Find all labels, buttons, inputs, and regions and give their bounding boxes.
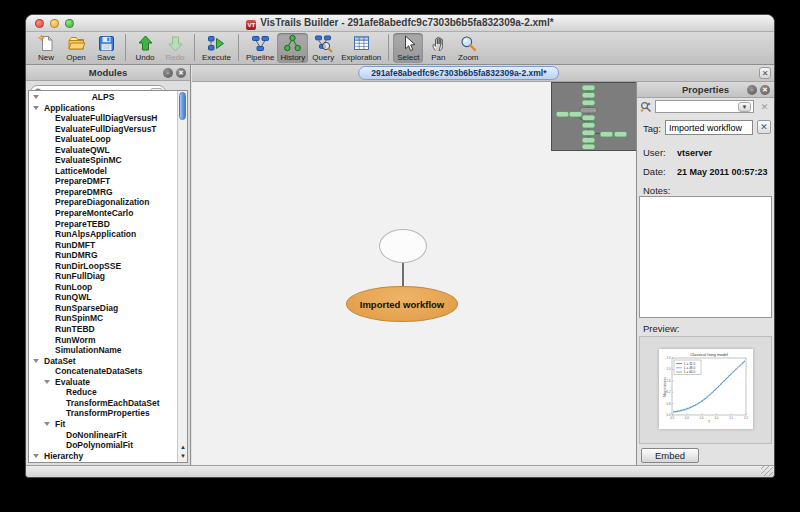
expand-triangle-icon[interactable] (33, 359, 39, 363)
toolbar-button-history[interactable]: History (277, 33, 308, 63)
module-namespace-row[interactable]: Hierarchy (29, 451, 177, 462)
module-item-row[interactable]: PrepareMonteCarlo (29, 208, 177, 219)
module-item-row[interactable]: RunSpinMC (29, 313, 177, 324)
module-item-row[interactable]: SimulationName (29, 345, 177, 356)
module-label: RunDMFT (55, 240, 95, 251)
expand-triangle-icon[interactable] (33, 454, 39, 458)
module-namespace-row[interactable]: DataSet (29, 356, 177, 367)
modules-tree-scrollbar[interactable]: ▲▼ (177, 91, 187, 462)
toolbar-button-select[interactable]: Select (393, 33, 423, 63)
module-label: DataSet (44, 356, 76, 367)
module-item-row[interactable]: RunDMRG (29, 250, 177, 261)
history-canvas[interactable]: Imported workflow (192, 82, 636, 465)
modules-close-button[interactable]: ✕ (176, 68, 186, 78)
module-item-row[interactable]: LatticeModel (29, 166, 177, 177)
module-item-row[interactable]: EvaluateSpinMC (29, 155, 177, 166)
titlebar[interactable]: VTVisTrails Builder - 291afe8abedfc9c730… (26, 15, 774, 32)
properties-search-clear-button[interactable]: ✕ (758, 101, 771, 113)
module-item-row[interactable]: PrepareDMRG (29, 187, 177, 198)
module-item-row[interactable]: PrepareDMFT (29, 176, 177, 187)
toolbar-button-exploration[interactable]: Exploration (338, 33, 384, 63)
module-label: PrepareTEBD (55, 219, 110, 230)
modules-float-button[interactable]: ◦ (163, 68, 173, 78)
app-window: VTVisTrails Builder - 291afe8abedfc9c730… (25, 14, 775, 478)
minimize-window-button[interactable] (50, 19, 59, 28)
tab-close-button[interactable]: ✕ (759, 67, 771, 79)
notes-textarea[interactable] (639, 196, 772, 318)
scrollbar-thumb[interactable] (179, 92, 186, 120)
module-item-row[interactable]: EvaluateQWL (29, 145, 177, 156)
toolbar-button-label: Pan (431, 53, 445, 63)
module-item-row[interactable]: PrepareDiagonalization (29, 197, 177, 208)
history-icon (283, 34, 302, 53)
module-item-row[interactable]: ConcatenateDataSets (29, 366, 177, 377)
module-item-row[interactable]: RunLoop (29, 282, 177, 293)
module-item-row[interactable]: RunFullDiag (29, 271, 177, 282)
module-item-row[interactable]: PrepareTEBD (29, 219, 177, 230)
toolbar-button-execute[interactable]: Execute (199, 33, 234, 63)
module-item-row[interactable]: DoNonlinearFit (29, 430, 177, 441)
module-item-row[interactable]: RunSparseDiag (29, 303, 177, 314)
imported-workflow-node[interactable]: Imported workflow (346, 286, 458, 322)
toolbar-button-query[interactable]: Query (308, 33, 338, 63)
module-item-row[interactable]: DoPolynomialFit (29, 440, 177, 451)
modules-panel: Modules ◦ ✕ ▼ ✕ ALPSApplicationsEvaluate… (26, 65, 191, 465)
expand-triangle-icon[interactable] (33, 95, 39, 99)
properties-close-button[interactable]: ✕ (760, 85, 770, 95)
properties-search-dropdown[interactable]: ▼ (738, 102, 751, 112)
expand-triangle-icon[interactable] (33, 106, 39, 110)
embed-button[interactable]: Embed (641, 448, 699, 463)
tag-input[interactable] (665, 120, 753, 135)
close-window-button[interactable] (35, 19, 44, 28)
toolbar-button-undo[interactable]: Undo (130, 33, 160, 63)
toolbar-button-new[interactable]: New (31, 33, 61, 63)
module-item-row[interactable]: RunDirLoopSSE (29, 261, 177, 272)
properties-search-row: ▼ ✕ (637, 98, 774, 116)
module-package-row[interactable]: ALPS (29, 92, 177, 103)
module-item-row[interactable]: EvaluateFullDiagVersusT (29, 124, 177, 135)
empty-version-node[interactable] (379, 229, 427, 263)
toolbar-button-label: Zoom (458, 53, 478, 63)
svg-text:1.5: 1.5 (729, 416, 733, 420)
toolbar-button-save[interactable]: Save (91, 33, 121, 63)
expand-triangle-icon[interactable] (44, 380, 50, 384)
module-item-row[interactable]: RunDMFT (29, 240, 177, 251)
module-item-row[interactable]: Reduce (29, 387, 177, 398)
toolbar-button-pan[interactable]: Pan (423, 33, 453, 63)
tab-active-vistrail[interactable]: 291afe8abedfc9c7303b6b5fa832309a-2.xml* (358, 66, 559, 80)
module-label: PrepareMonteCarlo (55, 208, 133, 219)
module-item-row[interactable]: TransformEachDataSet (29, 398, 177, 409)
window-title: VTVisTrails Builder - 291afe8abedfc9c730… (26, 15, 774, 31)
main-area: Modules ◦ ✕ ▼ ✕ ALPSApplicationsEvaluate… (26, 65, 774, 465)
module-namespace-row[interactable]: Fit (29, 419, 177, 430)
properties-search-input[interactable]: ▼ (655, 100, 754, 113)
module-label: LatticeModel (55, 166, 107, 177)
scrollbar-arrows[interactable]: ▲▼ (178, 443, 188, 461)
undo-icon (136, 34, 155, 53)
module-item-row[interactable]: RunAlpsApplication (29, 229, 177, 240)
toolbar-button-label: Query (312, 53, 334, 63)
zoom-window-button[interactable] (65, 19, 74, 28)
resize-grip[interactable] (761, 465, 773, 476)
expand-triangle-icon[interactable] (44, 422, 50, 426)
module-item-row[interactable]: RunQWL (29, 292, 177, 303)
toolbar-button-pipeline[interactable]: Pipeline (243, 33, 277, 63)
redo-icon (166, 34, 185, 53)
pan-icon (429, 34, 448, 53)
user-value: vtserver (677, 148, 712, 158)
module-item-row[interactable]: TransformProperties (29, 408, 177, 419)
toolbar-button-label: Save (97, 53, 115, 63)
module-item-row[interactable]: EvaluateFullDiagVersusH (29, 113, 177, 124)
module-item-row[interactable]: RunTEBD (29, 324, 177, 335)
tag-clear-button[interactable]: ✕ (757, 120, 771, 134)
version-tree-minimap[interactable] (551, 82, 637, 151)
module-namespace-row[interactable]: Applications (29, 103, 177, 114)
module-label: Evaluate (55, 377, 90, 388)
module-item-row[interactable]: EvaluateLoop (29, 134, 177, 145)
properties-float-button[interactable]: ◦ (747, 85, 757, 95)
toolbar-button-zoom[interactable]: Zoom (453, 33, 483, 63)
module-namespace-row[interactable]: Evaluate (29, 377, 177, 388)
svg-text:L = 64.0: L = 64.0 (684, 370, 695, 374)
toolbar-button-open[interactable]: Open (61, 33, 91, 63)
module-item-row[interactable]: RunWorm (29, 335, 177, 346)
